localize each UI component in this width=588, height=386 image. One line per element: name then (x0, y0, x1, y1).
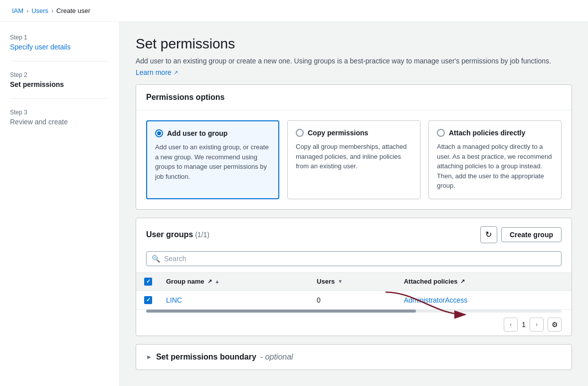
scrollbar-row (136, 310, 572, 314)
pagination-row: ‹ 1 › ⚙ (136, 314, 572, 336)
user-groups-title-wrap: User groups (1/1) (146, 230, 209, 239)
boundary-title: Set permissions boundary (156, 353, 256, 362)
row-checkbox[interactable] (144, 296, 152, 304)
row-group-name-cell: LINC (160, 291, 311, 309)
permissions-options-header: Permissions options (136, 85, 572, 110)
step2-label: Step 2 (10, 71, 109, 78)
row-checkbox-cell (136, 291, 160, 309)
row-policies-cell: AdministratorAccess (398, 291, 572, 309)
step3-block: Step 3 Review and create (10, 109, 109, 136)
step1-label: Step 1 (10, 34, 109, 41)
page-description: Add user to an existing group or create … (136, 56, 572, 66)
refresh-icon: ↻ (485, 230, 492, 239)
option3-header: Attach policies directly (437, 129, 553, 137)
option3-title: Attach policies directly (449, 129, 525, 137)
scrollbar-track (146, 310, 562, 313)
option3-desc: Attach a managed policy directly to a us… (437, 142, 553, 191)
user-groups-table: Group name ↗ ▲ Users ▼ (136, 272, 572, 310)
table-container: Group name ↗ ▲ Users ▼ (136, 272, 572, 310)
step1-name: Specify user details (10, 43, 109, 51)
breadcrumb-iam[interactable]: IAM (12, 7, 23, 14)
external-link-icon-policy: ↗ (460, 278, 465, 285)
step1-block: Step 1 Specify user details (10, 34, 109, 61)
search-input-wrap: 🔍 (146, 251, 562, 266)
step2-block: Step 2 Set permissions (10, 71, 109, 99)
sidebar: Step 1 Specify user details Step 2 Set p… (0, 22, 120, 386)
boundary-card: ► Set permissions boundary - optional (136, 344, 572, 370)
expand-icon: ► (146, 354, 152, 361)
refresh-button[interactable]: ↻ (480, 226, 497, 243)
breadcrumb-sep-2: › (51, 7, 53, 14)
col-users-label: Users (317, 278, 335, 285)
permissions-options-grid: Add user to group Add user to an existin… (136, 110, 572, 209)
step3-name: Review and create (10, 118, 109, 126)
breadcrumb: IAM › Users › Create user (0, 0, 588, 22)
search-input[interactable] (164, 255, 556, 263)
col-attached-policies-label: Attached policies (404, 278, 458, 285)
scrollbar-thumb (146, 310, 416, 313)
option2-desc: Copy all group memberships, attached man… (296, 142, 412, 171)
boundary-optional: - optional (260, 353, 293, 362)
table-header-row: Group name ↗ ▲ Users ▼ (136, 272, 572, 291)
step2-name: Set permissions (10, 80, 109, 88)
sort-asc-icon: ▲ (215, 279, 220, 284)
col-checkbox (136, 272, 160, 291)
option1-desc: Add user to an existing group, or create… (155, 142, 270, 181)
col-users[interactable]: Users ▼ (311, 272, 398, 291)
next-page-button[interactable]: › (530, 318, 544, 332)
header-checkbox[interactable] (144, 278, 152, 286)
external-link-icon: ↗ (174, 69, 178, 76)
breadcrumb-sep-1: › (26, 7, 28, 14)
option2-title: Copy permissions (308, 129, 368, 137)
header-actions: ↻ Create group (480, 226, 562, 243)
learn-more-text: Learn more (136, 68, 172, 76)
user-groups-card: User groups (1/1) ↻ Create group 🔍 (136, 218, 572, 336)
policy-link[interactable]: AdministratorAccess (404, 296, 468, 304)
settings-icon: ⚙ (552, 321, 558, 329)
option1-radio (155, 129, 163, 137)
page-number: 1 (522, 321, 526, 329)
learn-more-link[interactable]: Learn more ↗ (136, 68, 178, 76)
col-group-name-label: Group name (166, 278, 204, 285)
step1-link[interactable]: Specify user details (10, 43, 70, 51)
user-groups-count: (1/1) (195, 231, 209, 239)
option-add-to-group[interactable]: Add user to group Add user to an existin… (146, 120, 279, 199)
col-attached-policies[interactable]: Attached policies ↗ (398, 272, 572, 291)
option1-title: Add user to group (167, 129, 227, 137)
table-settings-button[interactable]: ⚙ (548, 318, 562, 332)
filter-down-icon: ▼ (338, 279, 343, 284)
chevron-left-icon: ‹ (510, 321, 512, 328)
option2-radio (296, 129, 304, 137)
row-users-value: 0 (317, 296, 321, 304)
table-wrapper: Group name ↗ ▲ Users ▼ (136, 272, 572, 336)
breadcrumb-current: Create user (56, 7, 90, 14)
option-copy-permissions[interactable]: Copy permissions Copy all group membersh… (287, 120, 420, 199)
main-content: Set permissions Add user to an existing … (120, 22, 588, 386)
chevron-right-icon: › (536, 321, 538, 328)
table-row: LINC 0 AdministratorAccess (136, 291, 572, 309)
row-users-cell: 0 (311, 291, 398, 309)
search-bar-row: 🔍 (136, 251, 572, 272)
user-groups-header: User groups (1/1) ↻ Create group (136, 218, 572, 251)
option-attach-policies[interactable]: Attach policies directly Attach a manage… (428, 120, 562, 199)
prev-page-button[interactable]: ‹ (504, 318, 518, 332)
step3-label: Step 3 (10, 109, 109, 116)
permissions-options-card: Permissions options Add user to group Ad… (136, 84, 572, 210)
option3-radio (437, 129, 445, 137)
option2-header: Copy permissions (296, 129, 412, 137)
breadcrumb-users[interactable]: Users (31, 7, 48, 14)
col-group-name[interactable]: Group name ↗ ▲ (160, 272, 311, 291)
user-groups-title: User groups (146, 230, 193, 239)
boundary-header[interactable]: ► Set permissions boundary - optional (136, 345, 572, 370)
search-icon: 🔍 (152, 255, 160, 263)
option1-header: Add user to group (155, 129, 270, 137)
external-link-icon-col: ↗ (207, 278, 212, 285)
group-name-link[interactable]: LINC (166, 296, 182, 304)
page-title: Set permissions (136, 36, 572, 52)
create-group-button[interactable]: Create group (501, 227, 562, 242)
